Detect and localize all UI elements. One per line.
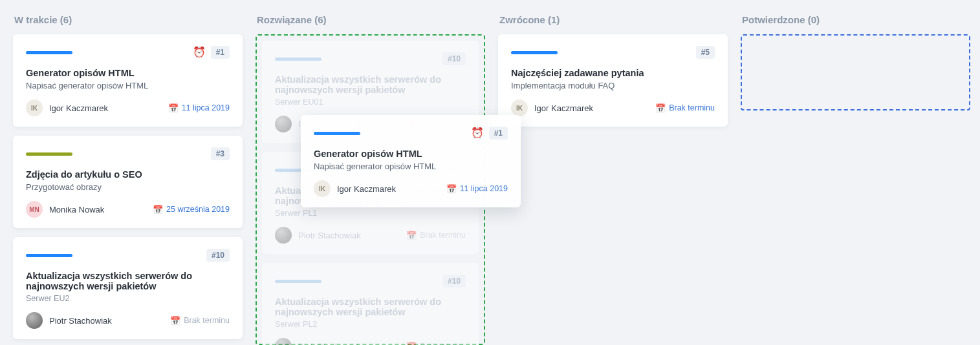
assignee: Piotr Stachowiak (275, 338, 361, 345)
alarm-icon: ⏰ (193, 47, 206, 58)
assignee-name: Piotr Stachowiak (298, 342, 361, 346)
assignee: Piotr Stachowiak (275, 227, 361, 244)
alarm-icon: ⏰ (471, 128, 484, 138)
due-date: 📅11 lipca 2019 (446, 184, 508, 194)
column-header: W trakcie (6) (13, 0, 243, 34)
priority-bar (26, 254, 72, 257)
task-id-badge: #10 (206, 249, 230, 262)
due-date: 📅Brak terminu (406, 231, 466, 240)
priority-bar (26, 51, 72, 54)
avatar (275, 227, 292, 244)
task-id-badge: #3 (211, 147, 230, 160)
dragging-card[interactable]: ⏰ #1 Generator opisów HTML Napisać gener… (301, 115, 521, 207)
assignee-name: Igor Kaczmarek (534, 103, 593, 113)
priority-bar (511, 51, 558, 54)
task-desc: Napisać generator opisów HTML (314, 162, 508, 171)
calendar-icon: 📅 (406, 342, 417, 346)
column-in-progress: W trakcie (6) ⏰ #1 Generator opisów HTML… (13, 0, 243, 345)
assignee-name: Igor Kaczmarek (337, 184, 396, 194)
calendar-icon: 📅 (170, 316, 180, 326)
task-card[interactable]: #5 Najczęściej zadawane pytania Implemen… (498, 34, 728, 127)
task-id-badge: #1 (489, 127, 508, 140)
task-title: Aktualizacja wszystkich serwerów do najn… (275, 74, 466, 95)
card-list[interactable]: #5 Najczęściej zadawane pytania Implemen… (498, 34, 728, 127)
column-header: Potwierdzone (0) (741, 0, 970, 34)
assignee: IK Igor Kaczmarek (314, 180, 396, 197)
avatar: MN (26, 201, 43, 218)
priority-bar (275, 280, 321, 283)
assignee-name: Piotr Stachowiak (298, 231, 361, 240)
due-date: 📅25 września 2019 (153, 205, 230, 214)
task-title: Aktualizacja wszystkich serwerów do najn… (26, 271, 230, 291)
task-title: Generator opisów HTML (314, 149, 508, 159)
task-title: Zdjęcia do artykułu o SEO (26, 169, 230, 180)
assignee: IK Igor Kaczmarek (511, 99, 593, 116)
task-subtitle: Serwer EU01 (275, 98, 466, 107)
avatar: IK (314, 180, 331, 197)
priority-bar (275, 58, 321, 61)
task-id-badge: #1 (211, 46, 230, 59)
due-date: 📅11 lipca 2019 (168, 103, 230, 113)
avatar: IK (511, 99, 528, 116)
calendar-icon: 📅 (153, 205, 163, 214)
task-desc: Przygotować obrazy (26, 182, 230, 192)
calendar-icon: 📅 (655, 103, 666, 113)
due-date: 📅Brak terminu (406, 342, 466, 346)
task-card[interactable]: #3 Zdjęcia do artykułu o SEO Przygotować… (13, 136, 243, 228)
assignee-name: Piotr Stachowiak (49, 316, 112, 326)
empty-dropzone[interactable] (741, 34, 970, 110)
assignee: MN Monika Nowak (26, 201, 104, 218)
task-card[interactable]: ⏰ #1 Generator opisów HTML Napisać gener… (13, 34, 243, 127)
task-title: Aktualizacja wszystkich serwerów do najn… (275, 297, 466, 317)
task-card[interactable]: #10 Aktualizacja wszystkich serwerów do … (262, 263, 479, 345)
task-subtitle: Serwer EU2 (26, 294, 230, 303)
column-header: Rozwiązane (6) (256, 0, 485, 34)
task-id-badge: #10 (442, 52, 466, 65)
avatar (275, 338, 292, 345)
due-date: 📅Brak terminu (170, 316, 230, 326)
priority-bar (314, 132, 360, 135)
avatar: IK (26, 99, 43, 116)
calendar-icon: 📅 (168, 103, 179, 113)
assignee: Piotr Stachowiak (26, 312, 112, 329)
task-id-badge: #5 (696, 46, 715, 59)
task-subtitle: Serwer PL1 (275, 209, 466, 218)
task-title: Najczęściej zadawane pytania (511, 68, 715, 78)
task-id-badge: #10 (442, 275, 466, 288)
priority-bar (26, 152, 72, 156)
calendar-icon: 📅 (406, 231, 417, 240)
assignee: IK Igor Kaczmarek (26, 99, 108, 116)
avatar (26, 312, 43, 329)
assignee-name: Monika Nowak (49, 205, 104, 214)
calendar-icon: 📅 (446, 184, 457, 194)
task-title: Generator opisów HTML (26, 68, 230, 78)
task-desc: Implementacja modułu FAQ (511, 81, 715, 90)
avatar (275, 116, 292, 132)
assignee-name: Igor Kaczmarek (49, 103, 108, 113)
task-subtitle: Serwer PL2 (275, 320, 466, 329)
card-list[interactable]: ⏰ #1 Generator opisów HTML Napisać gener… (13, 34, 243, 345)
due-date: 📅Brak terminu (655, 103, 715, 113)
column-confirmed: Potwierdzone (0) (741, 0, 970, 345)
task-desc: Napisać generator opisów HTML (26, 81, 230, 90)
column-header: Zwrócone (1) (498, 0, 728, 34)
column-returned: Zwrócone (1) #5 Najczęściej zadawane pyt… (498, 0, 728, 345)
task-card[interactable]: #10 Aktualizacja wszystkich serwerów do … (13, 237, 243, 339)
